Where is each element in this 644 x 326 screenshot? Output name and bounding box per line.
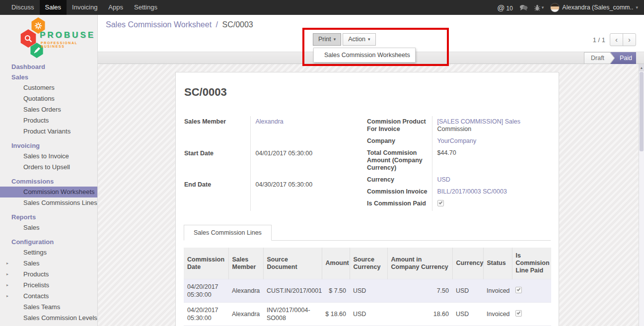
user-menu[interactable]: Alexandra (Sales_comm.. ▾	[550, 3, 638, 12]
sidebar-heading-configuration[interactable]: Configuration	[0, 237, 97, 247]
cell-amount: $ 7.50	[322, 279, 350, 303]
breadcrumb-parent-link[interactable]: Sales Commission Worksheet	[106, 20, 212, 29]
sidebar-heading-dashboard[interactable]: Dashboard	[0, 62, 97, 72]
cell-paid	[512, 279, 551, 303]
menu-apps[interactable]: Apps	[103, 0, 129, 15]
pager-counter: 1 / 1	[593, 36, 605, 44]
scrollbar-thumb[interactable]	[640, 72, 644, 151]
sidebar-item-config-sales[interactable]: ▸Sales	[0, 258, 97, 269]
cell-amount-company: 18.60	[387, 303, 452, 326]
sidebar-item-contacts[interactable]: ▸Contacts	[0, 291, 97, 302]
field-value-sales-member[interactable]: Alexandra	[256, 118, 284, 125]
col-source-document: Source Document	[263, 248, 322, 279]
col-sales-member: Sales Member	[228, 248, 263, 279]
action-button-label: Action	[348, 34, 365, 45]
field-value-currency[interactable]: USD	[437, 176, 450, 183]
form-sheet: SC/0003 Sales Member Alexandra Start Dat…	[175, 72, 559, 326]
col-amount: Amount	[322, 248, 350, 279]
sidebar-heading-reports[interactable]: Reports	[0, 212, 97, 222]
field-label-commission-invoice: Commission Invoice	[366, 186, 432, 198]
sidebar-item-sales-orders[interactable]: Sales Orders	[0, 104, 97, 115]
field-value-commission-product-link[interactable]: [SALES COMMISSION] Sales	[437, 118, 520, 125]
sidebar: PROBUSE PROFESSIONAL BUSINESS Dashboard …	[0, 15, 98, 326]
field-groups: Sales Member Alexandra Start Date 04/01/…	[184, 116, 551, 211]
sidebar-item-label: Pricelists	[23, 281, 49, 289]
is-commission-paid-checkbox[interactable]	[437, 200, 444, 206]
check-icon	[517, 311, 521, 315]
sidebar-heading-invoicing[interactable]: Invoicing	[0, 140, 97, 151]
menu-settings[interactable]: Settings	[129, 0, 163, 15]
cell-source-currency: USD	[350, 303, 387, 326]
sidebar-item-config-products[interactable]: ▸Products	[0, 269, 97, 280]
table-header-row: Commission Date Sales Member Source Docu…	[184, 248, 551, 279]
pager-previous-button[interactable]: ‹	[610, 33, 623, 46]
sidebar-item-label: Contacts	[23, 292, 49, 300]
menu-item-sales-commission-worksheets[interactable]: Sales Commission Worksheets	[314, 48, 415, 62]
sidebar-item-product-variants[interactable]: Product Variants	[0, 126, 97, 137]
breadcrumb-separator: /	[216, 20, 218, 29]
col-amount-company-currency: Amount in Company Currency	[387, 248, 452, 279]
brand-tagline: PROFESSIONAL BUSINESS	[41, 41, 91, 48]
col-source-currency: Source Currency	[350, 248, 387, 279]
user-name: Alexandra (Sales_comm..	[562, 4, 633, 11]
line-paid-checkbox[interactable]	[515, 287, 522, 293]
caret-down-icon: ▾	[542, 5, 544, 10]
company-logo[interactable]: PROBUSE PROFESSIONAL BUSINESS	[0, 15, 97, 59]
debug-bug-icon[interactable]: ▾	[534, 4, 544, 11]
pager-next-button[interactable]: ›	[623, 33, 636, 46]
action-button[interactable]: Action ▾	[343, 33, 375, 46]
sidebar-item-label: Products	[23, 117, 49, 124]
sidebar-item-products[interactable]: Products	[0, 115, 97, 126]
probuse-logo: PROBUSE PROFESSIONAL BUSINESS	[17, 17, 91, 56]
record-title: SC/0003	[184, 86, 551, 99]
print-button[interactable]: Print ▾	[313, 33, 341, 46]
vertical-scrollbar[interactable]: ▲	[639, 64, 644, 326]
sidebar-item-label: Orders to Upsell	[23, 163, 70, 171]
sidebar-item-quotations[interactable]: Quotations	[0, 93, 97, 104]
sidebar-item-settings[interactable]: Settings	[0, 247, 97, 258]
cell-currency: USD	[452, 279, 483, 303]
field-value-commission-invoice[interactable]: BILL/2017/0003 SC/0003	[437, 188, 507, 195]
chat-icon[interactable]	[519, 4, 528, 11]
table-row[interactable]: 04/20/2017 05:30:00 Alexandra INV/2017/0…	[184, 303, 551, 326]
sidebar-item-orders-to-upsell[interactable]: Orders to Upsell	[0, 162, 97, 173]
field-value-company[interactable]: YourCompany	[437, 137, 477, 144]
field-row: Commission Invoice BILL/2017/0003 SC/000…	[366, 186, 551, 198]
sidebar-heading-commissions[interactable]: Commissions	[0, 176, 97, 187]
tab-sales-commission-lines[interactable]: Sales Commission Lines	[184, 225, 272, 241]
mention-counter[interactable]: @ 10	[497, 3, 513, 12]
field-value-start-date: 04/01/2017 05:30:00	[250, 148, 366, 180]
menu-sales[interactable]: Sales	[40, 0, 67, 15]
notebook-tabs: Sales Commission Lines	[184, 225, 551, 241]
sidebar-item-customers[interactable]: Customers	[0, 82, 97, 93]
line-paid-checkbox[interactable]	[515, 310, 522, 317]
sidebar-item-sales-commissions-lines[interactable]: Sales Commissions Lines	[0, 197, 97, 208]
avatar	[550, 3, 560, 12]
sidebar-item-reports-sales[interactable]: Sales	[0, 222, 97, 233]
sidebar-item-sales-to-invoice[interactable]: Sales to Invoice	[0, 151, 97, 162]
sidebar-item-label: Quotations	[23, 95, 55, 102]
sidebar-item-commission-worksheets[interactable]: Commission Worksheets	[0, 187, 97, 197]
sidebar-item-sales-teams[interactable]: Sales Teams	[0, 302, 97, 313]
sidebar-heading-sales[interactable]: Sales	[0, 72, 97, 82]
menu-invoicing[interactable]: Invoicing	[67, 0, 103, 15]
cell-member: Alexandra	[228, 279, 263, 303]
field-label-start-date: Start Date	[184, 148, 250, 180]
menu-discuss[interactable]: Discuss	[6, 0, 40, 15]
field-label-commission-product: Commision Product For Invoice	[366, 116, 432, 135]
status-step-draft[interactable]: Draft	[584, 52, 615, 64]
cell-doc: INV/2017/0004-SO008	[263, 303, 322, 326]
caret-down-icon: ▾	[334, 34, 336, 45]
sidebar-item-label: Sales Orders	[23, 106, 61, 113]
sidebar-item-label: Products	[23, 270, 49, 278]
sidebar-item-label: Product Variants	[23, 128, 71, 135]
cell-doc: CUST.IN/2017/0001	[263, 279, 322, 303]
main-area: Sales Commission Worksheet / SC/0003 Pri…	[98, 15, 644, 326]
statusbar-steps: Draft Paid	[584, 52, 636, 64]
scroll-up-arrow-icon[interactable]: ▲	[639, 64, 644, 71]
chevron-right-icon: ›	[628, 35, 631, 44]
sidebar-item-sales-commission-levels[interactable]: Sales Commission Levels	[0, 313, 97, 324]
sidebar-item-pricelists[interactable]: ▸Pricelists	[0, 280, 97, 291]
field-label-sales-member: Sales Member	[184, 116, 250, 148]
table-row[interactable]: 04/20/2017 05:30:00 Alexandra CUST.IN/20…	[184, 279, 551, 303]
